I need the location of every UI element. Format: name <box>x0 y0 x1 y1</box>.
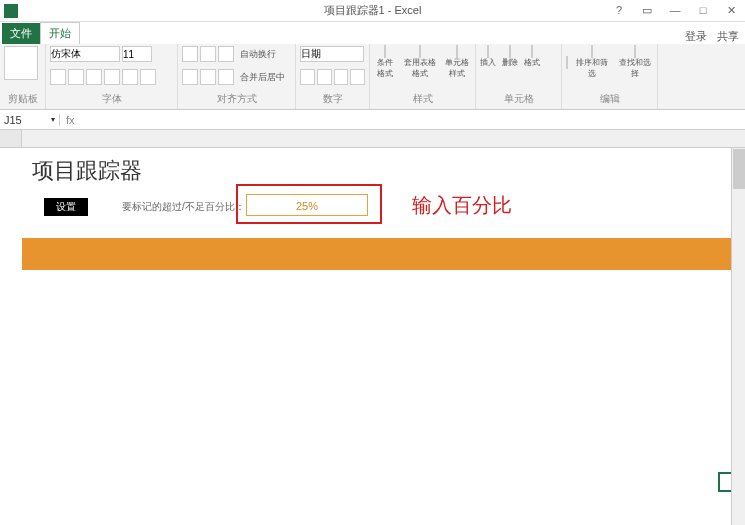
fill-color-button[interactable] <box>122 69 138 85</box>
font-size-select[interactable] <box>122 46 152 62</box>
font-color-button[interactable] <box>140 69 156 85</box>
ribbon-options-icon[interactable]: ▭ <box>633 4 661 17</box>
percent-button[interactable] <box>300 69 315 85</box>
wrap-text-button[interactable]: 自动换行 <box>240 48 276 61</box>
sheet-title: 项目跟踪器 <box>32 156 142 186</box>
group-editing-label: 编辑 <box>566 92 653 107</box>
italic-button[interactable] <box>68 69 84 85</box>
title-bar: 项目跟踪器1 - Excel ? ▭ ― □ ✕ <box>0 0 745 22</box>
merge-button[interactable]: 合并后居中 <box>240 71 285 84</box>
settings-button[interactable]: 设置 <box>44 198 88 216</box>
inc-decimal-button[interactable] <box>334 69 349 85</box>
font-name-select[interactable] <box>50 46 120 62</box>
group-styles-label: 样式 <box>374 92 471 107</box>
help-icon[interactable]: ? <box>605 4 633 17</box>
close-icon[interactable]: ✕ <box>717 4 745 17</box>
maximize-icon[interactable]: □ <box>689 4 717 17</box>
select-all-button[interactable] <box>0 130 22 147</box>
column-headers <box>0 130 745 148</box>
align-center-button[interactable] <box>200 69 216 85</box>
align-mid-button[interactable] <box>200 46 216 62</box>
table-header-row <box>22 238 745 270</box>
group-cells-label: 单元格 <box>480 92 557 107</box>
scrollbar-thumb[interactable] <box>733 149 745 189</box>
underline-button[interactable] <box>86 69 102 85</box>
window-title: 项目跟踪器1 - Excel <box>324 3 422 18</box>
tab-开始[interactable]: 开始 <box>40 22 80 44</box>
flag-label: 要标记的超过/不足百分比： <box>122 200 245 214</box>
align-right-button[interactable] <box>218 69 234 85</box>
align-top-button[interactable] <box>182 46 198 62</box>
align-left-button[interactable] <box>182 69 198 85</box>
autosum-button[interactable] <box>566 56 568 69</box>
number-format-select[interactable] <box>300 46 364 62</box>
comma-button[interactable] <box>317 69 332 85</box>
group-number-label: 数字 <box>300 92 365 107</box>
fx-icon[interactable]: fx <box>60 114 81 126</box>
annotation-box <box>236 184 382 224</box>
annotation-text: 输入百分比 <box>412 192 512 219</box>
tab-file[interactable]: 文件 <box>2 23 40 44</box>
bold-button[interactable] <box>50 69 66 85</box>
excel-icon <box>4 4 18 18</box>
share-link[interactable]: 共享 <box>717 29 739 44</box>
vertical-scrollbar[interactable] <box>731 148 745 525</box>
paste-button[interactable] <box>4 46 38 80</box>
group-align-label: 对齐方式 <box>182 92 291 107</box>
group-clipboard-label: 剪贴板 <box>4 92 41 107</box>
align-bot-button[interactable] <box>218 46 234 62</box>
ribbon: 剪贴板 字体 自动换行 合并后居中 对齐方式 <box>0 44 745 110</box>
ribbon-tabs: 文件 开始 登录 共享 <box>0 22 745 44</box>
group-font-label: 字体 <box>50 92 173 107</box>
worksheet: 项目跟踪器 设置 要标记的超过/不足百分比： 25% 输入百分比 <box>0 130 745 525</box>
border-button[interactable] <box>104 69 120 85</box>
window-controls: ? ▭ ― □ ✕ <box>605 4 745 17</box>
signin-link[interactable]: 登录 <box>685 29 707 44</box>
project-table <box>22 238 745 270</box>
dec-decimal-button[interactable] <box>350 69 365 85</box>
minimize-icon[interactable]: ― <box>661 4 689 17</box>
chevron-down-icon[interactable]: ▾ <box>51 115 55 124</box>
name-box[interactable]: J15▾ <box>0 114 60 126</box>
formula-bar: J15▾ fx <box>0 110 745 130</box>
